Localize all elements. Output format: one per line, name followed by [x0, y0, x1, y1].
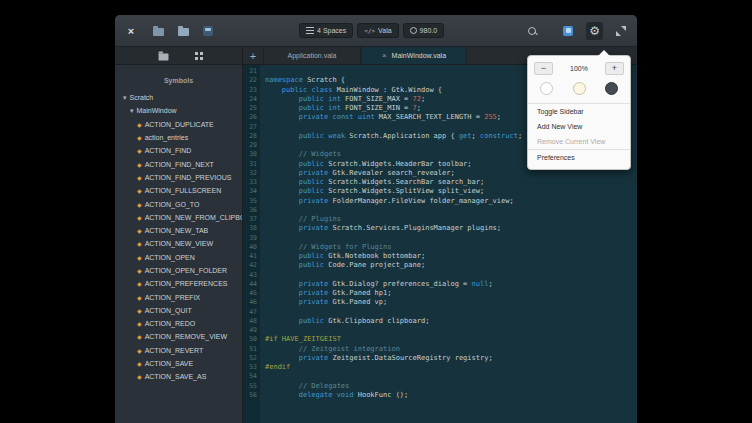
header-center-buttons: 4 Spaces </> Vala 980.0	[299, 23, 444, 38]
new-tab-button[interactable]: +	[243, 47, 263, 64]
code-line	[265, 234, 637, 243]
line-number: 48	[243, 317, 257, 326]
symbol-diamond-icon: ◆	[137, 214, 142, 221]
files-view-button[interactable]	[158, 49, 169, 63]
line-number: 53	[243, 363, 257, 372]
symbol-diamond-icon: ◆	[137, 373, 142, 380]
templates-button[interactable]	[176, 22, 190, 40]
line-number: 21	[243, 67, 257, 76]
code-line	[265, 308, 637, 317]
symbol-diamond-icon: ◆	[137, 201, 142, 208]
line-number: 38	[243, 224, 257, 233]
tree-symbol-ACTION_REDO[interactable]: ◆ACTION_REDO	[115, 317, 242, 330]
tree-symbol-ACTION_FIND_PREVIOUS[interactable]: ◆ACTION_FIND_PREVIOUS	[115, 171, 242, 184]
line-number: 37	[243, 215, 257, 224]
tree-symbol-ACTION_SAVE[interactable]: ◆ACTION_SAVE	[115, 357, 242, 370]
tree-symbol-ACTION_PREFIX[interactable]: ◆ACTION_PREFIX	[115, 290, 242, 303]
menu-item-add-new-view[interactable]: Add New View	[528, 119, 630, 134]
language-button[interactable]: </> Vala	[357, 23, 398, 38]
line-number: 43	[243, 271, 257, 280]
line-number: 33	[243, 178, 257, 187]
code-line: public Code.Pane project_pane;	[265, 261, 637, 270]
tree-item-label: ACTION_SAVE_AS	[145, 373, 207, 380]
tab-label: Application.vala	[287, 52, 336, 59]
header-left-group: ×	[124, 22, 215, 40]
tab-width-label: 4 Spaces	[317, 27, 346, 34]
symbols-view-button[interactable]	[191, 49, 199, 63]
tree-expander-Scratch[interactable]: ▾Scratch	[115, 91, 242, 104]
tree-symbol-ACTION_DUPLICATE[interactable]: ◆ACTION_DUPLICATE	[115, 118, 242, 131]
close-window-button[interactable]: ×	[124, 22, 138, 40]
line-number: 47	[243, 308, 257, 317]
tree-item-label: ACTION_PREFERENCES	[145, 280, 228, 287]
tree-symbol-ACTION_QUIT[interactable]: ◆ACTION_QUIT	[115, 304, 242, 317]
tab-mainwindow-vala[interactable]: × MainWindow.vala	[361, 47, 467, 64]
share-button[interactable]	[561, 22, 575, 40]
tree-item-label: ACTION_GO_TO	[145, 201, 200, 208]
tree-symbol-ACTION_PREFERENCES[interactable]: ◆ACTION_PREFERENCES	[115, 277, 242, 290]
tab-width-button[interactable]: 4 Spaces	[299, 23, 353, 38]
tree-item-label: ACTION_OPEN	[145, 254, 195, 261]
tree-symbol-ACTION_FIND[interactable]: ◆ACTION_FIND	[115, 144, 242, 157]
style-switcher	[528, 78, 630, 103]
code-line: #endif	[265, 363, 637, 372]
style-light-button[interactable]	[540, 82, 553, 95]
line-number: 28	[243, 132, 257, 141]
code-icon: </>	[364, 27, 375, 34]
sidebar-view-switcher	[115, 47, 243, 64]
fullscreen-button[interactable]	[614, 22, 628, 40]
symbol-diamond-icon: ◆	[137, 320, 142, 327]
code-line	[265, 326, 637, 335]
goto-line-button[interactable]: 980.0	[403, 23, 445, 38]
zoom-out-button[interactable]: −	[534, 62, 553, 75]
tab-close-button[interactable]: ×	[382, 52, 387, 60]
line-number: 25	[243, 104, 257, 113]
zoom-in-button[interactable]: +	[605, 62, 624, 75]
tree-expander-MainWindow[interactable]: ▾MainWindow	[115, 104, 242, 117]
symbol-diamond-icon: ◆	[137, 134, 142, 141]
app-menu-button[interactable]: ⚙	[586, 22, 603, 40]
style-dark-button[interactable]	[605, 82, 618, 95]
menu-item-preferences[interactable]: Preferences	[528, 150, 630, 165]
tab-application-vala[interactable]: Application.vala	[263, 47, 361, 64]
tree-symbol-ACTION_OPEN_FOLDER[interactable]: ◆ACTION_OPEN_FOLDER	[115, 264, 242, 277]
new-folder-icon	[178, 28, 189, 36]
tree-item-label: ACTION_FIND_PREVIOUS	[145, 174, 232, 181]
menu-item-toggle-sidebar[interactable]: Toggle Sidebar	[528, 104, 630, 119]
tree-symbol-ACTION_NEW_FROM_CLIPBOARD[interactable]: ◆ACTION_NEW_FROM_CLIPBOARD	[115, 211, 242, 224]
tree-symbol-action_entries[interactable]: ◆action_entries	[115, 131, 242, 144]
line-number: 42	[243, 261, 257, 270]
tree-symbol-ACTION_OPEN[interactable]: ◆ACTION_OPEN	[115, 251, 242, 264]
header-right-group: ⚙	[528, 22, 628, 40]
tree-symbol-ACTION_REMOVE_VIEW[interactable]: ◆ACTION_REMOVE_VIEW	[115, 330, 242, 343]
tree-item-label: ACTION_NEW_TAB	[145, 227, 209, 234]
tree-symbol-ACTION_REVERT[interactable]: ◆ACTION_REVERT	[115, 344, 242, 357]
save-button[interactable]	[201, 22, 215, 40]
tree-symbol-ACTION_NEW_VIEW[interactable]: ◆ACTION_NEW_VIEW	[115, 237, 242, 250]
menu-item-remove-current-view: Remove Current View	[528, 134, 630, 149]
code-line: private Zeitgeist.DataSourceRegistry reg…	[265, 354, 637, 363]
tree-symbol-ACTION_FULLSCREEN[interactable]: ◆ACTION_FULLSCREEN	[115, 184, 242, 197]
open-file-button[interactable]	[151, 22, 165, 40]
symbols-tree: ▾Scratch▾MainWindow◆ACTION_DUPLICATE◆act…	[115, 91, 242, 384]
style-solarized-button[interactable]	[573, 82, 586, 95]
header-bar: × 4 Spaces </> Vala	[115, 15, 637, 47]
line-number: 39	[243, 234, 257, 243]
tree-symbol-ACTION_SAVE_AS[interactable]: ◆ACTION_SAVE_AS	[115, 370, 242, 383]
share-icon	[563, 26, 573, 36]
tree-item-label: ACTION_OPEN_FOLDER	[145, 267, 227, 274]
tree-item-label: ACTION_NEW_FROM_CLIPBOARD	[145, 214, 243, 221]
tree-item-label: ACTION_FULLSCREEN	[145, 187, 222, 194]
symbol-diamond-icon: ◆	[137, 280, 142, 287]
folder-icon	[159, 53, 169, 60]
code-line: private Gtk.Revealer search_revealer;	[265, 169, 637, 178]
code-line: public Gtk.Notebook bottombar;	[265, 252, 637, 261]
tree-symbol-ACTION_NEW_TAB[interactable]: ◆ACTION_NEW_TAB	[115, 224, 242, 237]
code-line	[265, 206, 637, 215]
tree-symbol-ACTION_FIND_NEXT[interactable]: ◆ACTION_FIND_NEXT	[115, 157, 242, 170]
tree-symbol-ACTION_GO_TO[interactable]: ◆ACTION_GO_TO	[115, 197, 242, 210]
symbol-diamond-icon: ◆	[137, 333, 142, 340]
screen: × 4 Spaces </> Vala	[0, 0, 752, 423]
search-button[interactable]	[528, 22, 550, 40]
line-number-gutter: 2122232425262728293031323334353637383940…	[243, 65, 260, 423]
